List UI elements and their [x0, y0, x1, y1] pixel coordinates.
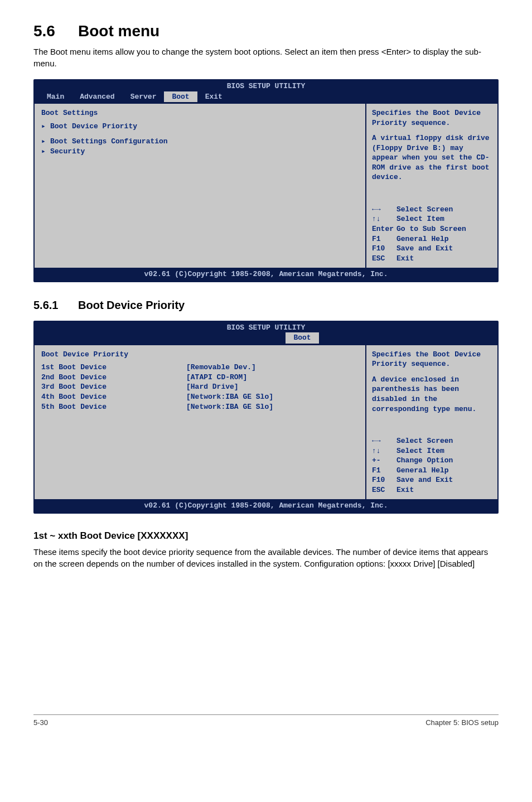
key-legend: ←→Select Screen ↑↓Select Item +-Change O… — [372, 436, 492, 495]
boot-device-label: 5th Boot Device — [41, 402, 186, 412]
boot-priority-title: Boot Device Priority — [41, 350, 359, 360]
key-f1: F1 — [372, 466, 396, 476]
bios-header: BIOS SETUP UTILITY — [35, 80, 497, 91]
key-desc: Go to Sub Screen — [396, 224, 466, 234]
bios-screenshot-boot-settings: BIOS SETUP UTILITY Main Advanced Server … — [33, 79, 499, 282]
boot-device-value: [ATAPI CD-ROM] — [186, 373, 247, 383]
boot-device-label: 4th Boot Device — [41, 392, 186, 402]
bios-tab-bar: Boot — [35, 332, 497, 345]
bios-copyright: v02.61 (C)Copyright 1985-2008, American … — [35, 499, 497, 513]
subsection-heading: 5.6.1Boot Device Priority — [33, 299, 499, 312]
key-esc: ESC — [372, 485, 396, 495]
submenu-arrow-icon: ▸ — [41, 147, 50, 157]
bios-help-pane: Specifies the Boot Device Priority seque… — [366, 104, 497, 268]
key-esc: ESC — [372, 254, 396, 264]
key-desc: Save and Exit — [396, 475, 453, 485]
tab-boot[interactable]: Boot — [164, 91, 197, 103]
bios-left-pane: Boot Settings ▸Boot Device Priority ▸Boo… — [35, 104, 366, 268]
boot-settings-title: Boot Settings — [41, 108, 359, 118]
option-heading: 1st ~ xxth Boot Device [XXXXXXX] — [33, 530, 499, 542]
key-desc: Select Item — [396, 446, 444, 456]
boot-device-label: 1st Boot Device — [41, 363, 186, 373]
boot-device-value: [Removable Dev.] — [186, 363, 256, 373]
key-arrows-lr: ←→ — [372, 205, 396, 215]
tab-main[interactable]: Main — [39, 91, 72, 103]
menu-boot-device-priority: Boot Device Priority — [50, 122, 137, 131]
boot-device-row[interactable]: 2nd Boot Device [ATAPI CD-ROM] — [41, 373, 359, 383]
tab-advanced[interactable]: Advanced — [72, 91, 122, 103]
help-text-2: A device enclosed in parenthesis has bee… — [372, 375, 492, 414]
help-text-2: A virtual floppy disk drive (Floppy Driv… — [372, 133, 492, 182]
key-f10: F10 — [372, 475, 396, 485]
page-footer: 5-30 Chapter 5: BIOS setup — [33, 714, 499, 727]
boot-device-value: [Network:IBA GE Slo] — [186, 402, 273, 412]
key-legend: ←→Select Screen ↑↓Select Item EnterGo to… — [372, 205, 492, 263]
boot-device-value: [Hard Drive] — [186, 382, 239, 392]
key-desc: General Help — [396, 466, 449, 476]
key-desc: Select Screen — [396, 436, 453, 446]
bios-help-pane: Specifies the Boot Device Priority seque… — [366, 345, 497, 500]
section-heading: 5.6Boot menu — [33, 22, 499, 40]
key-f10: F10 — [372, 244, 396, 254]
menu-row[interactable]: ▸Boot Device Priority — [41, 122, 359, 132]
key-desc: Save and Exit — [396, 244, 453, 254]
key-desc: Exit — [396, 485, 414, 495]
key-desc: Select Screen — [396, 205, 453, 215]
key-arrows-lr: ←→ — [372, 436, 396, 446]
boot-device-value: [Network:IBA GE Slo] — [186, 392, 273, 402]
menu-row[interactable]: ▸Security — [41, 147, 359, 157]
page-number: 5-30 — [33, 718, 48, 727]
key-desc: General Help — [396, 234, 449, 244]
key-desc: Select Item — [396, 214, 444, 224]
bios-tab-bar: Main Advanced Server Boot Exit — [35, 91, 497, 104]
subsection-title-text: Boot Device Priority — [78, 299, 185, 311]
boot-device-label: 3rd Boot Device — [41, 382, 186, 392]
bios-copyright: v02.61 (C)Copyright 1985-2008, American … — [35, 268, 497, 281]
key-arrows-ud: ↑↓ — [372, 214, 396, 224]
bios-header: BIOS SETUP UTILITY — [35, 322, 497, 333]
boot-device-row[interactable]: 1st Boot Device [Removable Dev.] — [41, 363, 359, 373]
tab-boot[interactable]: Boot — [286, 332, 318, 344]
boot-device-row[interactable]: 4th Boot Device [Network:IBA GE Slo] — [41, 392, 359, 402]
boot-device-row[interactable]: 3rd Boot Device [Hard Drive] — [41, 382, 359, 392]
option-description: These items specify the boot device prio… — [33, 546, 499, 569]
key-f1: F1 — [372, 234, 396, 244]
boot-device-row[interactable]: 5th Boot Device [Network:IBA GE Slo] — [41, 402, 359, 412]
submenu-arrow-icon: ▸ — [41, 137, 50, 147]
chapter-label: Chapter 5: BIOS setup — [425, 718, 499, 727]
menu-security: Security — [50, 147, 85, 156]
key-enter: Enter — [372, 224, 396, 234]
menu-row[interactable]: ▸Boot Settings Configuration — [41, 137, 359, 147]
key-arrows-ud: ↑↓ — [372, 446, 396, 456]
intro-paragraph: The Boot menu items allow you to change … — [33, 46, 499, 69]
bios-left-pane: Boot Device Priority 1st Boot Device [Re… — [35, 345, 366, 500]
subsection-number: 5.6.1 — [33, 299, 78, 312]
boot-device-label: 2nd Boot Device — [41, 373, 186, 383]
tab-exit[interactable]: Exit — [197, 91, 230, 103]
tab-server[interactable]: Server — [123, 91, 165, 103]
key-plusminus: +- — [372, 456, 396, 466]
menu-boot-settings-config: Boot Settings Configuration — [50, 137, 168, 146]
section-title-text: Boot menu — [78, 22, 159, 40]
help-text-1: Specifies the Boot Device Priority seque… — [372, 350, 492, 369]
key-desc: Change Option — [396, 456, 453, 466]
submenu-arrow-icon: ▸ — [41, 122, 50, 132]
section-number: 5.6 — [33, 22, 78, 40]
key-desc: Exit — [396, 254, 414, 264]
help-text-1: Specifies the Boot Device Priority seque… — [372, 108, 492, 128]
bios-screenshot-boot-priority: BIOS SETUP UTILITY Boot Boot Device Prio… — [33, 321, 499, 514]
